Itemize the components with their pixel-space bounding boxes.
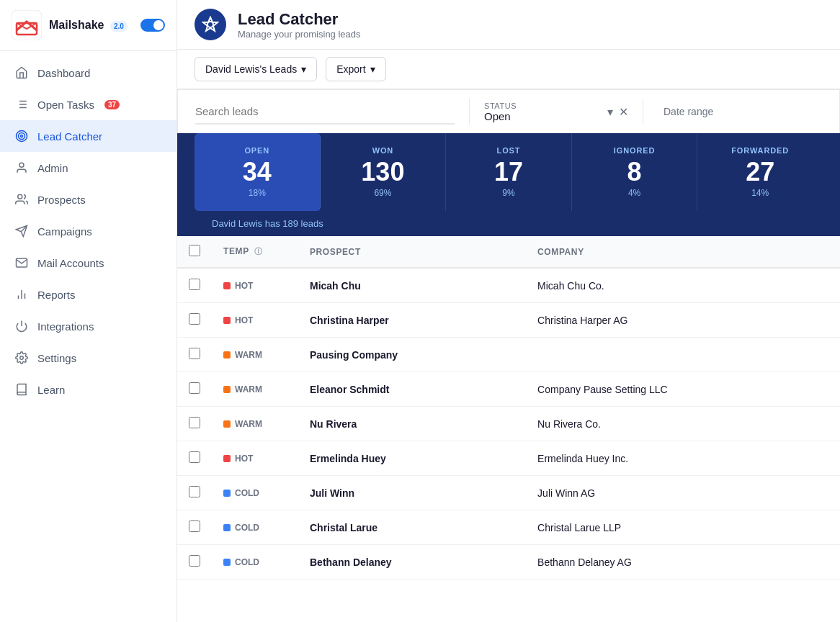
date-range-button[interactable]: Date range [658,103,719,120]
export-button[interactable]: Export ▾ [326,57,385,81]
row-temp-1: HOT [212,268,298,303]
sidebar-item-label: Reports [37,289,76,301]
sidebar-item-prospects[interactable]: Prospects [0,184,177,215]
stat-card-lost[interactable]: LOST 17 9% [446,133,572,211]
stats-grid: OPEN 34 18% WON 130 69% LOST 17 9% IGNOR… [195,133,823,211]
row-checkbox-cell [177,407,212,441]
row-checkbox-cell [177,545,212,580]
stat-value-lost: 17 [460,159,557,185]
table-row[interactable]: COLD Christal Larue Christal Larue LLP [177,510,840,545]
table-row[interactable]: HOT Micah Chu Micah Chu Co. [177,268,840,303]
stats-bar: OPEN 34 18% WON 130 69% LOST 17 9% IGNOR… [177,133,840,236]
svg-point-19 [20,356,24,360]
svg-marker-20 [203,17,218,31]
sidebar-item-campaigns[interactable]: Campaigns [0,215,177,247]
row-checkbox-1[interactable] [189,279,200,290]
temp-label-1: HOT [235,281,253,291]
row-prospect-1[interactable]: Micah Chu [298,268,526,303]
row-checkbox-2[interactable] [189,313,200,325]
temp-dot-1 [223,282,231,289]
sidebar-item-label: Dashboard [37,67,90,79]
stat-card-open[interactable]: OPEN 34 18% [195,133,321,211]
row-checkbox-6[interactable] [189,451,200,463]
table-row[interactable]: HOT Christina Harper Christina Harper AG [177,303,840,338]
sidebar-item-integrations[interactable]: Integrations [0,310,177,342]
temp-dot-2 [223,317,231,324]
sidebar-item-lead-catcher[interactable]: Lead Catcher [0,120,177,152]
sidebar-item-learn[interactable]: Learn [0,374,177,405]
row-checkbox-8[interactable] [189,520,200,532]
row-prospect-7[interactable]: Juli Winn [298,476,526,510]
row-checkbox-cell [177,510,212,545]
row-temp-9: COLD [212,545,298,580]
bar-chart-icon [14,287,29,302]
page-title: Lead Catcher [238,10,361,29]
row-checkbox-7[interactable] [189,486,200,497]
sidebar-item-label: Learn [37,384,65,396]
table-row[interactable]: WARM Eleanor Schmidt Company Pause Setti… [177,372,840,407]
row-prospect-6[interactable]: Ermelinda Huey [298,441,526,476]
stat-value-won: 130 [335,159,432,185]
row-checkbox-cell [177,441,212,476]
row-prospect-4[interactable]: Eleanor Schmidt [298,372,526,407]
stat-card-forwarded[interactable]: FORWARDED 27 14% [697,133,823,211]
status-dropdown-chevron[interactable]: ▾ [607,105,613,119]
sidebar-item-dashboard[interactable]: Dashboard [0,57,177,89]
row-checkbox-3[interactable] [189,348,200,359]
sidebar-item-settings[interactable]: Settings [0,342,177,374]
sidebar-item-label: Settings [37,352,76,364]
sidebar-item-mail-accounts[interactable]: Mail Accounts [0,247,177,279]
row-checkbox-5[interactable] [189,417,200,428]
col-company: Company [526,236,840,268]
row-checkbox-4[interactable] [189,382,200,394]
row-prospect-8[interactable]: Christal Larue [298,510,526,545]
stat-label-ignored: IGNORED [586,146,683,155]
row-company-5: Nu Rivera Co. [526,407,840,441]
row-company-6: Ermelinda Huey Inc. [526,441,840,476]
list-icon [14,97,29,112]
lead-catcher-icon [202,16,219,33]
sidebar-item-admin[interactable]: Admin [0,152,177,184]
row-temp-3: WARM [212,338,298,372]
stat-pct-forwarded: 14% [712,188,808,198]
mailshake-logo-icon [12,10,42,40]
table-row[interactable]: WARM Nu Rivera Nu Rivera Co. [177,407,840,441]
toggle-container[interactable] [140,19,165,32]
row-prospect-3[interactable]: Pausing Company [298,338,526,372]
row-prospect-5[interactable]: Nu Rivera [298,407,526,441]
temp-label-8: COLD [235,523,259,533]
leads-dropdown-label: David Lewis's Leads [205,63,297,75]
row-company-2: Christina Harper AG [526,303,840,338]
table-row[interactable]: COLD Juli Winn Juli Winn AG [177,476,840,510]
status-clear-button[interactable]: ✕ [619,105,628,119]
table-row[interactable]: WARM Pausing Company [177,338,840,372]
row-prospect-9[interactable]: Bethann Delaney [298,545,526,580]
table-row[interactable]: HOT Ermelinda Huey Ermelinda Huey Inc. [177,441,840,476]
temp-label-3: WARM [235,350,262,360]
row-temp-7: COLD [212,476,298,510]
temp-label-2: HOT [235,315,253,325]
app-name: mailshake [49,19,104,31]
theme-toggle[interactable] [140,19,165,32]
row-checkbox-9[interactable] [189,555,200,567]
stat-label-open: OPEN [209,146,305,155]
stat-card-won[interactable]: WON 130 69% [321,133,447,211]
sidebar-item-label: Integrations [37,320,94,333]
temp-label-9: COLD [235,557,259,567]
send-icon [14,224,29,238]
table-row[interactable]: COLD Bethann Delaney Bethann Delaney AG [177,545,840,580]
mail-icon [14,256,29,270]
search-input[interactable] [195,99,455,125]
sidebar-item-label: Prospects [37,194,86,206]
svg-point-10 [21,135,23,138]
sidebar-item-reports[interactable]: Reports [0,279,177,310]
stat-card-ignored[interactable]: IGNORED 8 4% [572,133,698,211]
select-all-checkbox[interactable] [189,245,200,256]
row-prospect-2[interactable]: Christina Harper [298,303,526,338]
sidebar-item-open-tasks[interactable]: Open Tasks 37 [0,89,177,120]
home-icon [14,66,29,80]
row-company-7: Juli Winn AG [526,476,840,510]
col-checkbox [177,236,212,268]
leads-dropdown-button[interactable]: David Lewis's Leads ▾ [195,57,317,81]
page-subtitle: Manage your promising leads [238,29,361,40]
